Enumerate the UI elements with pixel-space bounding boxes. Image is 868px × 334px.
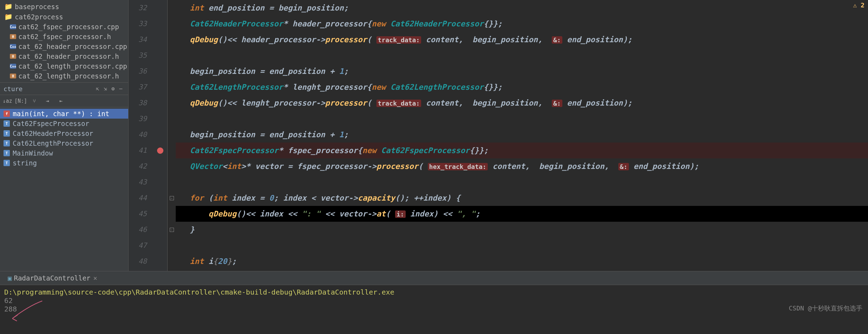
fold-slot[interactable] — [168, 79, 176, 95]
fold-slot[interactable] — [168, 32, 176, 48]
structure-item[interactable]: TCat62FspecProcessor — [0, 119, 128, 128]
fold-column[interactable]: −− — [167, 0, 176, 271]
project-folder[interactable]: 📁 baseprocess — [0, 1, 128, 12]
breakpoint-column[interactable] — [153, 0, 167, 271]
expand-all-icon[interactable]: ⇤ — [57, 97, 65, 105]
structure-toolbar: ↓az [N:] ⑂ ⇥ ⇤ — [0, 95, 128, 107]
fold-slot[interactable] — [168, 158, 176, 174]
fold-slot[interactable]: − — [168, 190, 176, 206]
project-file[interactable]: C++cat62_fspec_processor.cpp — [0, 22, 128, 32]
structure-item[interactable]: TMainWindow — [0, 148, 128, 158]
folder-icon: 📁 — [4, 2, 13, 11]
code-line[interactable]: begin_position = end_position + 1; — [176, 63, 868, 79]
project-folder[interactable]: 📁 cat62process — [0, 12, 128, 22]
project-file[interactable]: C++cat_62_length_processor.cpp — [0, 61, 128, 71]
file-label: cat62_fspec_processor.cpp — [18, 23, 119, 31]
code-line[interactable]: qDebug()<< index << ": " << vector->at( … — [176, 206, 868, 222]
code-line[interactable]: qDebug()<< lenght_processor->processor( … — [176, 95, 868, 111]
project-file[interactable]: Hcat_62_header_processor.h — [0, 51, 128, 61]
code-line[interactable]: int end_position = begin_position; — [176, 0, 868, 16]
terminal-output[interactable]: D:\programming\source-code\cpp\RadarData… — [0, 285, 868, 316]
code-line[interactable] — [176, 111, 868, 127]
collapse-icon[interactable]: ⇲ — [101, 85, 109, 93]
breakpoint-marker[interactable] — [157, 147, 163, 154]
code-line[interactable] — [176, 238, 868, 253]
breakpoint-slot[interactable] — [153, 158, 167, 174]
code-line[interactable]: qDebug()<< header_processor->processor( … — [176, 32, 868, 48]
fold-slot[interactable] — [168, 111, 176, 127]
code-content[interactable]: ⚠ 2 int end_position = begin_position;Ca… — [176, 0, 868, 271]
code-line[interactable]: Cat62HeaderProcessor* header_processor{n… — [176, 16, 868, 32]
fold-slot[interactable] — [168, 16, 176, 32]
structure-item[interactable]: fmain(int, char **) : int — [0, 109, 128, 119]
fold-slot[interactable] — [168, 253, 176, 269]
breakpoint-slot[interactable] — [153, 222, 167, 238]
fold-slot[interactable] — [168, 63, 176, 79]
expand-icon[interactable]: ⇱ — [94, 85, 101, 93]
fold-slot[interactable] — [168, 143, 176, 158]
breakpoint-slot[interactable] — [153, 79, 167, 95]
breakpoint-slot[interactable] — [153, 32, 167, 48]
fold-end-icon[interactable]: − — [170, 228, 174, 232]
tree-icon[interactable]: ⑂ — [30, 97, 38, 105]
breakpoint-slot[interactable] — [153, 238, 167, 253]
collapse-all-icon[interactable]: ⇥ — [44, 97, 51, 105]
project-file[interactable]: C++cat_62_header_processor.cpp — [0, 42, 128, 51]
breakpoint-slot[interactable] — [153, 143, 167, 158]
cpp-file-icon: C++ — [10, 64, 16, 69]
terminal-tab-label: RadarDataController — [14, 274, 90, 282]
fold-slot[interactable] — [168, 48, 176, 63]
terminal-line: 62 — [4, 296, 864, 305]
fold-slot[interactable]: − — [168, 222, 176, 238]
fold-slot[interactable] — [168, 238, 176, 253]
code-line[interactable]: Cat62LengthProcessor* lenght_processor{n… — [176, 79, 868, 95]
breakpoint-slot[interactable] — [153, 63, 167, 79]
filter-icon[interactable]: [N:] — [17, 97, 25, 105]
code-line[interactable]: begin_position = end_position + 1; — [176, 127, 868, 143]
breakpoint-slot[interactable] — [153, 174, 167, 190]
structure-item-label: Cat62FspecProcessor — [13, 120, 89, 127]
breakpoint-slot[interactable] — [153, 127, 167, 143]
fold-slot[interactable] — [168, 95, 176, 111]
close-icon[interactable]: × — [93, 274, 97, 282]
code-line[interactable]: for (int index = 0; index < vector->capa… — [176, 190, 868, 206]
line-number: 37 — [129, 79, 147, 95]
structure-item-label: Cat62HeaderProcessor — [13, 130, 93, 137]
code-line[interactable] — [176, 48, 868, 63]
breakpoint-slot[interactable] — [153, 16, 167, 32]
csdn-watermark: CSDN @十秒耿直拆包选手 — [789, 304, 862, 313]
code-line[interactable]: } — [176, 222, 868, 238]
structure-item-label: Cat62LengthProcessor — [13, 139, 93, 147]
line-number: 42 — [129, 158, 147, 174]
breakpoint-slot[interactable] — [153, 206, 167, 222]
breakpoint-slot[interactable] — [153, 111, 167, 127]
h-file-icon: H — [10, 74, 16, 78]
fold-start-icon[interactable]: − — [170, 196, 174, 200]
fold-slot[interactable] — [168, 174, 176, 190]
type-badge-icon: T — [4, 140, 10, 146]
structure-item[interactable]: Tstring — [0, 158, 128, 168]
type-badge-icon: T — [4, 150, 10, 156]
breakpoint-slot[interactable] — [153, 48, 167, 63]
terminal-tab[interactable]: ▣ RadarDataController × — [4, 273, 101, 283]
breakpoint-slot[interactable] — [153, 190, 167, 206]
structure-item[interactable]: TCat62LengthProcessor — [0, 138, 128, 148]
gear-icon[interactable]: ⚙ — [109, 85, 117, 93]
structure-item[interactable]: TCat62HeaderProcessor — [0, 128, 128, 138]
line-number: 39 — [129, 111, 147, 127]
warning-indicator[interactable]: ⚠ 2 — [853, 1, 864, 9]
breakpoint-slot[interactable] — [153, 0, 167, 16]
sort-alpha-icon[interactable]: ↓az — [4, 97, 11, 105]
project-file[interactable]: Hcat_62_length_processor.h — [0, 71, 128, 81]
code-line[interactable] — [176, 174, 868, 190]
minimize-icon[interactable]: — — [117, 85, 125, 93]
project-file[interactable]: Hcat62_fspec_processor.h — [0, 32, 128, 42]
breakpoint-slot[interactable] — [153, 253, 167, 269]
code-line[interactable]: QVector<int>* vector = fspec_processor->… — [176, 158, 868, 174]
code-line[interactable]: Cat62FspecProcessor* fspec_processor{new… — [176, 143, 868, 158]
fold-slot[interactable] — [168, 206, 176, 222]
fold-slot[interactable] — [168, 0, 176, 16]
code-line[interactable]: int i{20}; — [176, 253, 868, 269]
fold-slot[interactable] — [168, 127, 176, 143]
breakpoint-slot[interactable] — [153, 95, 167, 111]
